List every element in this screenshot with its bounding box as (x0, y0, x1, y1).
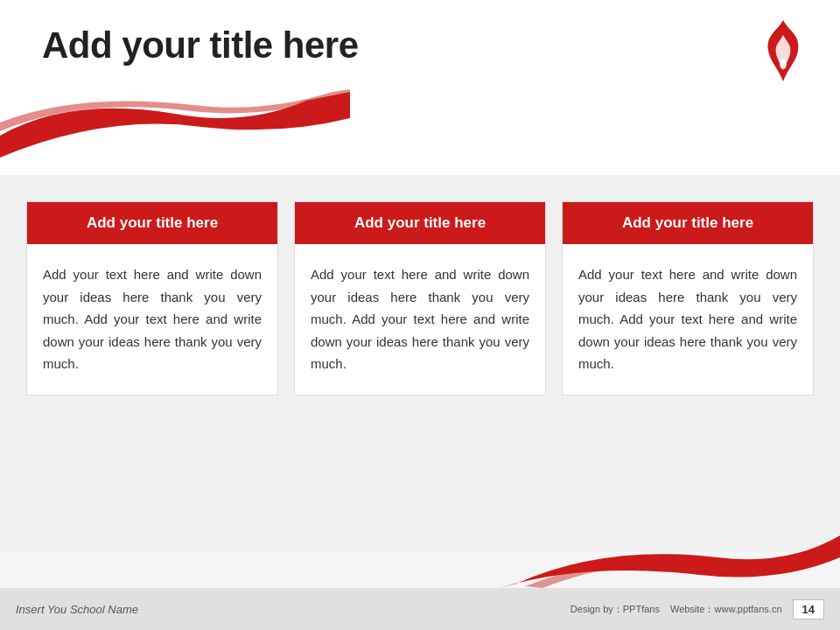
card-2-body: Add your text here and write down your i… (295, 244, 545, 395)
card-3: Add your title here Add your text here a… (562, 201, 814, 396)
slide: Add your title here Add your title here … (0, 0, 840, 630)
swoosh-bottom (472, 527, 840, 588)
swoosh-top (0, 88, 350, 166)
main-title: Add your title here (42, 24, 359, 66)
footer-right: Design by：PPTfans Website：www.pptfans.cn… (570, 599, 824, 620)
footer-school-name: Insert You School Name (16, 603, 138, 616)
svg-point-0 (780, 59, 787, 69)
logo-icon (752, 16, 814, 86)
card-3-header: Add your title here (563, 202, 813, 244)
card-1-body: Add your text here and write down your i… (27, 244, 277, 395)
card-1-header: Add your title here (27, 202, 277, 244)
card-2-header: Add your title here (295, 202, 545, 244)
footer-page-number: 14 (793, 599, 824, 620)
footer-design-by: Design by：PPTfans (570, 603, 660, 616)
card-1: Add your title here Add your text here a… (26, 201, 278, 396)
logo-area (752, 16, 814, 86)
middle-section: Add your title here Add your text here a… (0, 175, 840, 551)
footer: Insert You School Name Design by：PPTfans… (0, 588, 840, 630)
footer-website: Website：www.pptfans.cn (670, 603, 782, 616)
card-3-body: Add your text here and write down your i… (563, 244, 813, 395)
card-2: Add your title here Add your text here a… (294, 201, 546, 396)
